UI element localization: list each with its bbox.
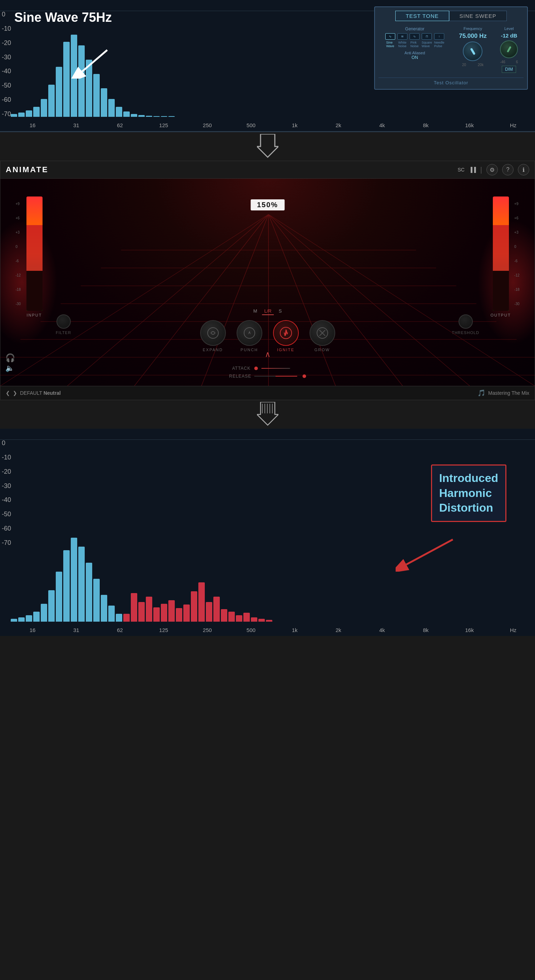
ignite-button[interactable]: IGNITE: [273, 320, 299, 352]
needle-pulse-btn[interactable]: ↑ NeedlePulse: [434, 33, 444, 48]
red-bar: [146, 597, 152, 622]
channel-mode-buttons: M L/R S: [251, 308, 284, 315]
dim-button[interactable]: DIM: [502, 66, 516, 73]
bar: [33, 107, 40, 117]
blue-bar: [63, 550, 70, 622]
white-noise-btn[interactable]: ≋ WhiteNoise: [397, 33, 408, 48]
bar: [146, 116, 152, 117]
vu-scale-right: +9 +6 +3 0 -6 -12 -18 -30: [493, 197, 509, 311]
vu-red-level-left: [27, 225, 43, 271]
red-bar: [221, 609, 227, 622]
brand-section: 🎵 Mastering The Mix: [478, 389, 529, 397]
red-bar: [168, 600, 175, 622]
threshold-knob[interactable]: [459, 314, 473, 329]
stereo-button[interactable]: S: [277, 308, 284, 315]
frequency-value: 75.000 Hz: [459, 32, 487, 40]
settings-button[interactable]: ⚙: [486, 164, 498, 175]
effect-buttons: EXPAND PUNCH: [200, 320, 335, 352]
white-noise-icon: ≋: [397, 33, 408, 40]
headphone-icon[interactable]: 🎧: [5, 353, 15, 363]
svg-line-9: [268, 214, 403, 386]
filter-label: FILTER: [56, 331, 71, 335]
bar: [48, 85, 55, 117]
animate-title: ANIMATE: [6, 165, 49, 174]
speaker-icon[interactable]: 🔈: [5, 364, 14, 372]
ignite-label: IGNITE: [277, 348, 295, 352]
vu-scale-left: +9 +6 +3 0 -6 -12 -18 -30: [27, 197, 43, 311]
info-button[interactable]: ℹ: [518, 164, 529, 175]
filter-control: FILTER: [56, 314, 71, 335]
test-tone-tab[interactable]: TEST TONE: [395, 11, 449, 21]
preset-section: ❮ ❯ DEFAULT Neutral: [6, 390, 61, 396]
sine-sweep-tab[interactable]: SINE SWEEP: [449, 11, 507, 21]
red-bar: [183, 605, 190, 622]
punch-button[interactable]: PUNCH: [237, 320, 262, 352]
pink-noise-label: PinkNoise: [410, 41, 419, 48]
svg-line-4: [68, 214, 269, 386]
brand-name: Mastering The Mix: [488, 390, 529, 396]
red-bar: [236, 615, 242, 622]
attack-line: [261, 368, 290, 369]
red-bar: [176, 608, 182, 622]
help-button[interactable]: ?: [502, 164, 514, 175]
animate-header: ANIMATE SC ▐▐ | ⚙ ? ℹ: [0, 161, 535, 179]
arrow-down-2: [0, 400, 535, 429]
release-label: RELEASE: [229, 374, 250, 379]
top-spectrum-section: Sine Wave 75Hz 0 -10 -20 -30 -40 -50 -60…: [0, 0, 535, 132]
release-dot[interactable]: [303, 374, 306, 378]
mute-button[interactable]: ▐▐: [469, 167, 476, 173]
vu-scale-labels-left: +9 +6 +3 0 -6 -12 -18 -30: [16, 197, 21, 311]
level-knob[interactable]: [500, 40, 518, 58]
wave-buttons: ∿ SineWave ≋ WhiteNoise ∿ PinkNoise ⊓ Sq…: [379, 33, 451, 48]
sc-button[interactable]: SC: [458, 167, 465, 173]
blue-bar: [33, 612, 40, 622]
red-bar: [138, 602, 145, 622]
bar: [138, 115, 145, 117]
square-wave-btn[interactable]: ⊓ SquareWave: [422, 33, 432, 48]
zero-line-bottom: [0, 439, 535, 440]
release-line: [254, 376, 297, 377]
down-arrow-icon-2: [257, 402, 279, 427]
red-bar: [244, 613, 250, 622]
svg-marker-2: [257, 134, 279, 157]
brand-icon: 🎵: [478, 389, 485, 397]
input-label: INPUT: [27, 313, 42, 317]
frequency-knob[interactable]: [463, 41, 482, 61]
attack-dot[interactable]: [254, 367, 258, 370]
chevron-up-icon: ∧: [265, 350, 271, 359]
animate-header-right: SC ▐▐ | ⚙ ? ℹ: [458, 164, 530, 175]
blue-bar: [93, 579, 100, 622]
red-bar: [258, 619, 265, 622]
pink-noise-btn[interactable]: ∿ PinkNoise: [409, 33, 420, 48]
red-bar: [191, 591, 197, 622]
y-axis-labels-bottom: 0 -10 -20 -30 -40 -50 -60 -70: [0, 439, 11, 547]
preset-next-button[interactable]: ❯: [13, 390, 17, 396]
attack-label: ATTACK: [229, 366, 250, 371]
animate-plugin: ANIMATE SC ▐▐ | ⚙ ? ℹ: [0, 161, 535, 400]
lr-button[interactable]: L/R: [262, 308, 273, 315]
animate-plugin-section: ANIMATE SC ▐▐ | ⚙ ? ℹ: [0, 161, 535, 400]
expand-button[interactable]: EXPAND: [200, 320, 226, 352]
sine-wave-btn[interactable]: ∿ SineWave: [385, 33, 395, 48]
annotation-arrow-bottom: [396, 536, 460, 572]
red-bar: [266, 620, 272, 622]
blue-bar: [71, 538, 77, 622]
filter-knob[interactable]: [56, 314, 71, 329]
svg-marker-26: [257, 402, 279, 425]
blue-bar: [56, 572, 62, 622]
vu-meter-bar-right: [493, 197, 509, 311]
bar: [108, 99, 115, 117]
percentage-display: 150%: [250, 199, 285, 216]
punch-label: PUNCH: [240, 348, 258, 352]
osc-tabs: TEST TONE SINE SWEEP: [379, 11, 524, 21]
bottom-spectrum-section: 0 -10 -20 -30 -40 -50 -60 -70: [0, 429, 535, 636]
red-bar: [153, 608, 160, 622]
chevron-up[interactable]: ∧: [265, 350, 271, 359]
bar: [63, 42, 70, 117]
grow-button[interactable]: GROW: [309, 320, 335, 352]
mono-button[interactable]: M: [251, 308, 260, 315]
preset-prev-button[interactable]: ❮: [6, 390, 10, 396]
blue-bar: [18, 617, 25, 622]
test-oscillator-label: Test Oscillator: [379, 78, 524, 85]
annotation-text: Introduced Harmonic Distortion: [439, 471, 498, 515]
